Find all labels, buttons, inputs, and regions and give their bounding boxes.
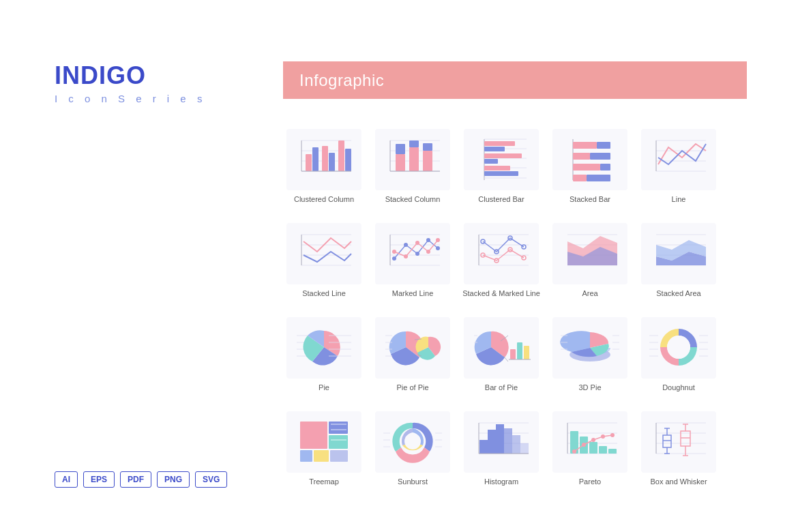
- svg-rect-183: [663, 435, 671, 447]
- icon-label: Treemap: [309, 477, 339, 486]
- svg-rect-33: [484, 159, 498, 164]
- svg-rect-171: [608, 449, 617, 454]
- icon-cell-clustered-column: Clustered Column: [283, 119, 365, 208]
- icon-label: Bar of Pie: [485, 383, 518, 392]
- icon-label: Clustered Bar: [478, 194, 524, 204]
- svg-rect-170: [599, 446, 607, 454]
- svg-rect-8: [338, 141, 344, 171]
- svg-rect-159: [512, 435, 520, 454]
- svg-rect-138: [314, 450, 329, 462]
- svg-rect-39: [573, 153, 590, 160]
- icon-cell-stacked-area: Stacked Area: [638, 213, 720, 302]
- icon-cell-box-whisker: Box and Whisker: [638, 402, 720, 490]
- svg-rect-41: [573, 164, 600, 171]
- svg-point-172: [572, 449, 576, 454]
- svg-rect-40: [590, 153, 610, 160]
- svg-point-64: [436, 246, 440, 250]
- icon-cell-clustered-bar: Clustered Bar: [460, 119, 542, 208]
- icon-box: [641, 223, 716, 284]
- icon-label: Stacked & Marked Line: [462, 289, 540, 298]
- icon-cell-sunburst: Sunburst: [372, 402, 454, 490]
- svg-rect-155: [479, 440, 488, 454]
- svg-rect-158: [504, 428, 512, 454]
- icon-box: [464, 317, 539, 379]
- svg-point-67: [415, 241, 419, 245]
- icon-box: [552, 129, 627, 190]
- icon-cell-pie-of-pie: Pie of Pie: [372, 308, 454, 396]
- badge-pdf: PDF: [120, 471, 151, 488]
- icon-box: [552, 411, 627, 473]
- icon-cell-bar-of-pie: Bar of Pie: [460, 308, 542, 396]
- svg-point-69: [436, 238, 440, 242]
- icon-label: Clustered Column: [294, 194, 354, 204]
- icon-box: [286, 223, 361, 284]
- svg-rect-37: [573, 142, 597, 149]
- icon-cell-line: Line: [638, 119, 720, 208]
- icon-label: Line: [672, 194, 686, 204]
- svg-rect-156: [488, 430, 496, 454]
- svg-rect-7: [329, 153, 335, 171]
- brand-subtitle: I c o n S e r i e s: [55, 93, 206, 104]
- svg-point-125: [667, 336, 690, 359]
- svg-rect-9: [345, 149, 351, 171]
- format-badges: AI EPS PDF PNG SVG: [55, 471, 227, 488]
- icon-label: Stacked Bar: [570, 194, 610, 204]
- icon-cell-doughnut: Doughnut: [638, 308, 720, 396]
- icon-label: Sunburst: [398, 477, 428, 486]
- svg-rect-44: [587, 175, 610, 181]
- svg-rect-169: [589, 442, 597, 454]
- badge-ai: AI: [55, 471, 78, 488]
- svg-point-65: [392, 250, 396, 254]
- svg-rect-43: [573, 175, 587, 181]
- svg-line-115: [503, 356, 508, 361]
- svg-rect-139: [330, 450, 348, 462]
- svg-rect-32: [484, 153, 522, 158]
- icon-box: [552, 223, 627, 284]
- icon-label: Doughnut: [662, 383, 695, 392]
- header-banner-text: Infographic: [299, 71, 384, 90]
- icon-cell-3d-pie: 3D Pie: [549, 308, 631, 396]
- svg-point-62: [415, 252, 419, 256]
- svg-rect-31: [484, 147, 505, 151]
- badge-eps: EPS: [83, 471, 115, 488]
- icon-cell-stacked-line: Stacked Line: [283, 213, 365, 302]
- icon-box: [641, 411, 716, 473]
- svg-point-143: [404, 433, 421, 449]
- icon-box: [375, 411, 450, 473]
- svg-rect-135: [329, 422, 348, 434]
- svg-rect-30: [484, 141, 515, 146]
- icon-label: Pareto: [579, 477, 601, 486]
- header-banner: Infographic: [283, 61, 747, 99]
- icon-cell-treemap: Treemap: [283, 402, 365, 490]
- svg-rect-6: [322, 146, 328, 171]
- svg-rect-112: [524, 346, 529, 359]
- svg-rect-18: [409, 147, 419, 171]
- icons-grid: Clustered Column Stacked Co: [283, 119, 720, 490]
- svg-point-176: [610, 433, 615, 437]
- icon-label: Box and Whisker: [650, 477, 707, 486]
- icon-cell-stacked-marked-line: Stacked & Marked Line: [460, 213, 542, 302]
- icon-cell-marked-line: Marked Line: [372, 213, 454, 302]
- icon-cell-pie: Pie: [283, 308, 365, 396]
- svg-rect-21: [423, 143, 432, 151]
- icon-box: [375, 223, 450, 284]
- icon-label: Stacked Column: [385, 194, 441, 204]
- svg-rect-110: [510, 349, 516, 359]
- svg-rect-42: [600, 164, 610, 171]
- icon-label: 3D Pie: [578, 383, 601, 392]
- icon-box: [552, 317, 627, 379]
- icon-box: [286, 129, 361, 190]
- icon-box: [286, 317, 361, 379]
- icon-label: Marked Line: [392, 289, 434, 298]
- icon-box: [464, 223, 539, 284]
- icon-label: Pie: [319, 383, 329, 392]
- svg-rect-17: [396, 144, 405, 154]
- icon-box: [375, 317, 450, 379]
- icon-box: [464, 411, 539, 473]
- icon-label: Stacked Area: [656, 289, 700, 298]
- svg-point-174: [591, 438, 595, 442]
- svg-rect-19: [409, 141, 419, 147]
- svg-point-60: [392, 256, 396, 261]
- svg-point-173: [582, 443, 586, 447]
- svg-rect-20: [423, 151, 432, 171]
